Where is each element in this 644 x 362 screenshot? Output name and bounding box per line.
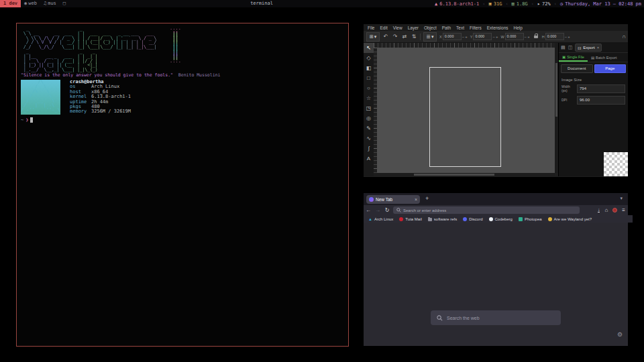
export-preview-checkerboard bbox=[604, 152, 628, 176]
pencil-tool[interactable]: ✎ bbox=[364, 123, 374, 133]
menu-filters[interactable]: Filters bbox=[468, 25, 484, 30]
fetch-row: memory3256M / 32619M bbox=[70, 109, 131, 114]
tab-new-tab[interactable]: New Tab × bbox=[366, 195, 420, 204]
extension-red-icon[interactable] bbox=[612, 208, 617, 213]
star-tool[interactable]: ☆ bbox=[364, 93, 374, 103]
increment-button[interactable]: + bbox=[568, 35, 570, 39]
increment-button[interactable]: + bbox=[496, 35, 498, 39]
tab-single-file[interactable]: ▣ Single File bbox=[559, 53, 588, 62]
page-button[interactable]: Page bbox=[594, 64, 627, 73]
export-dialog-tab[interactable]: ⊡ Export × bbox=[575, 44, 602, 52]
selection-mode-dropdown[interactable]: ⊞ ▾ bbox=[366, 32, 380, 42]
box-3d-tool[interactable]: ◳ bbox=[364, 103, 374, 113]
workspace-tag-mus[interactable]: ♫ mus bbox=[40, 0, 60, 7]
menu-object[interactable]: Object bbox=[422, 25, 439, 30]
inkscape-window: File Edit View Layer Object Path Text Fi… bbox=[364, 24, 628, 177]
menu-path[interactable]: Path bbox=[440, 25, 453, 30]
inkscape-canvas[interactable] bbox=[377, 48, 555, 173]
spiral-tool[interactable]: ◎ bbox=[364, 113, 374, 123]
width-input[interactable]: 794 bbox=[577, 84, 625, 93]
y-input[interactable]: 0.000 bbox=[473, 33, 492, 40]
folder-icon bbox=[428, 218, 432, 221]
rotate-ccw-button[interactable]: ↶ bbox=[382, 34, 389, 40]
lock-ratio-icon[interactable] bbox=[534, 36, 538, 38]
workspace-label: web bbox=[28, 0, 37, 7]
workspace-tag-web[interactable]: ◉ web bbox=[21, 0, 40, 7]
quote-line: "Silence is the only answer you should g… bbox=[21, 72, 220, 78]
menu-file[interactable]: File bbox=[366, 25, 376, 30]
rotate-cw-button[interactable]: ↷ bbox=[392, 34, 398, 40]
new-tab-button[interactable]: + bbox=[425, 195, 429, 202]
shape-builder-tool[interactable]: ◧ bbox=[364, 63, 374, 73]
bookmark-tuta-mail[interactable]: Tuta Mail bbox=[399, 217, 421, 221]
node-editor-tool[interactable]: ◇ bbox=[364, 53, 374, 63]
list-tabs-chevron-icon[interactable]: ▾ bbox=[620, 196, 623, 201]
calligraphy-tool[interactable]: ∫ bbox=[364, 143, 374, 154]
selector-tool[interactable]: ↖ bbox=[364, 43, 374, 53]
horizontal-scrollbar[interactable] bbox=[374, 173, 555, 176]
decrement-button[interactable]: − bbox=[525, 35, 527, 39]
pen-tool[interactable]: ∿ bbox=[364, 133, 374, 143]
new-tab-page: Search the web ⚙ bbox=[364, 223, 628, 346]
menu-extensions[interactable]: Extensions bbox=[485, 25, 511, 30]
grid-icon: ⊞ bbox=[370, 34, 374, 40]
decrement-button[interactable]: − bbox=[492, 35, 495, 39]
align-dropdown[interactable]: ☰ ▾ bbox=[423, 32, 437, 42]
reload-button[interactable]: ↻ bbox=[382, 207, 392, 213]
navigation-bar: ← → ↻ Search or enter address bbox=[364, 205, 628, 215]
bookmark-discord[interactable]: Discord bbox=[463, 217, 482, 221]
bookmark-arch-linux[interactable]: ▲Arch Linux bbox=[368, 217, 393, 221]
web-search-input[interactable]: Search the web bbox=[431, 310, 561, 325]
bookmark-codeberg[interactable]: Codeberg bbox=[489, 217, 513, 221]
width-label: Width (px) bbox=[561, 85, 575, 93]
ellipse-tool[interactable]: ○ bbox=[364, 83, 374, 93]
x-input[interactable]: 0.000 bbox=[443, 33, 462, 40]
menu-layer[interactable]: Layer bbox=[406, 25, 421, 30]
url-bar[interactable]: Search or enter address bbox=[393, 206, 580, 214]
flip-vertical-button[interactable]: ⇅ bbox=[411, 34, 417, 40]
increment-button[interactable]: + bbox=[465, 35, 468, 39]
align-icon: ☰ bbox=[427, 34, 431, 40]
w-input[interactable]: 0.000 bbox=[505, 33, 524, 40]
menu-view[interactable]: View bbox=[391, 25, 405, 30]
arch-favicon: ▲ bbox=[368, 217, 372, 221]
scrollbar-thumb[interactable] bbox=[414, 174, 494, 176]
tool-options-bar: ⊞ ▾ ↶ ↷ ⇄ ⇅ ☰ ▾ X 0.000 − + Y 0.000 − + bbox=[364, 31, 628, 43]
layers-panel-icon[interactable]: ◫ bbox=[568, 45, 573, 50]
text-tool[interactable]: A bbox=[364, 154, 374, 164]
workspace-tag-dev[interactable]: 1 dev bbox=[0, 0, 21, 7]
rectangle-tool[interactable]: □ bbox=[364, 73, 374, 83]
menu-edit[interactable]: Edit bbox=[378, 25, 389, 30]
close-tab-icon[interactable]: × bbox=[415, 197, 417, 202]
menu-help[interactable]: Help bbox=[512, 25, 525, 30]
terminal-prompt[interactable]: ~ ❯ bbox=[21, 117, 33, 123]
h-input[interactable]: 0.000 bbox=[545, 33, 564, 40]
empty-workspace-icon: □ bbox=[63, 0, 66, 7]
bookmark-folder-software-refs[interactable]: software refs bbox=[428, 217, 457, 221]
scrollbar-thumb[interactable] bbox=[555, 63, 557, 117]
dpi-input[interactable]: 96.00 bbox=[577, 96, 625, 105]
home-icon[interactable]: ⌂ bbox=[604, 207, 608, 213]
menu-text[interactable]: Text bbox=[454, 25, 466, 30]
downloads-icon[interactable]: ↓ bbox=[598, 208, 600, 213]
objects-panel-icon[interactable]: ▤ bbox=[561, 45, 566, 50]
horizontal-ruler bbox=[374, 43, 555, 48]
ram-icon: ▥ bbox=[512, 1, 515, 7]
decrement-button[interactable]: − bbox=[565, 35, 568, 39]
forward-button[interactable]: → bbox=[373, 207, 382, 213]
bookmark-photopea[interactable]: Photopea bbox=[519, 217, 542, 221]
close-icon[interactable]: × bbox=[597, 46, 600, 50]
back-button[interactable]: ← bbox=[364, 207, 373, 213]
workspace-tag-empty[interactable]: □ bbox=[60, 0, 69, 7]
decrement-button[interactable]: − bbox=[462, 35, 465, 39]
terminal-window[interactable]: _ _ \ \ __ __ ___ | | ___ ___ _ __ ___ _… bbox=[16, 23, 349, 347]
kernel-module: ▲ 6.13.8-arch1-1 bbox=[435, 1, 479, 7]
snap-icon[interactable]: ∩ bbox=[622, 34, 626, 40]
document-button[interactable]: Document bbox=[561, 64, 593, 73]
bookmark-are-we-wayland-yet[interactable]: Are we Wayland yet? bbox=[548, 217, 592, 221]
menu-icon[interactable]: ≡ bbox=[622, 207, 625, 213]
tab-batch-export[interactable]: ▤ Batch Export bbox=[588, 53, 621, 62]
flip-horizontal-button[interactable]: ⇄ bbox=[401, 34, 408, 40]
increment-button[interactable]: + bbox=[527, 35, 530, 39]
gear-icon[interactable]: ⚙ bbox=[617, 331, 623, 338]
